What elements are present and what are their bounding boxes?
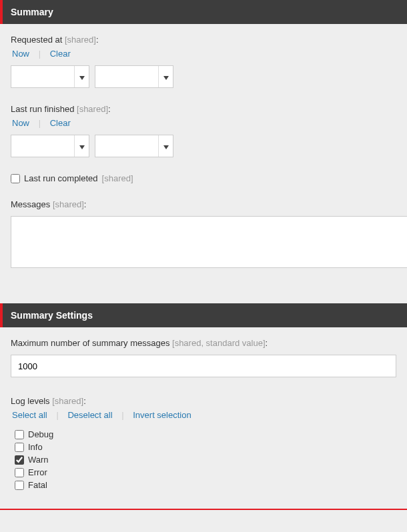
bottom-accent-line bbox=[0, 509, 407, 510]
last-run-finished-end-dropdown[interactable] bbox=[158, 135, 173, 157]
separator: | bbox=[39, 118, 41, 128]
last-run-finished-label: Last run finished [shared]: bbox=[11, 104, 396, 114]
last-run-finished-actions: Now | Clear bbox=[11, 118, 396, 128]
summary-settings-header: Summary Settings bbox=[0, 303, 407, 327]
summary-panel-body: Requested at [shared]: Now | Clear Last … bbox=[0, 24, 407, 286]
max-messages-label: Maximum number of summary messages [shar… bbox=[11, 338, 396, 348]
last-run-finished-start-input[interactable] bbox=[11, 135, 74, 157]
requested-at-start-input[interactable] bbox=[11, 66, 74, 87]
messages-label: Messages [shared]: bbox=[11, 199, 396, 209]
last-run-finished-range bbox=[11, 135, 396, 157]
caret-down-icon bbox=[79, 72, 85, 82]
log-levels-label: Log levels [shared]: bbox=[11, 396, 396, 406]
requested-at-actions: Now | Clear bbox=[11, 49, 396, 59]
svg-marker-1 bbox=[163, 76, 169, 80]
requested-at-end-input[interactable] bbox=[95, 66, 158, 87]
last-run-finished-now-link[interactable]: Now bbox=[11, 118, 31, 128]
svg-marker-2 bbox=[79, 145, 85, 149]
log-level-info-checkbox[interactable] bbox=[15, 443, 24, 452]
messages-hint: [shared] bbox=[53, 199, 84, 209]
last-run-finished-end-input[interactable] bbox=[95, 135, 158, 157]
caret-down-icon bbox=[163, 72, 169, 82]
last-run-completed-hint: [shared] bbox=[102, 173, 133, 183]
log-level-error-label: Error bbox=[28, 467, 47, 477]
requested-at-now-link[interactable]: Now bbox=[11, 49, 31, 59]
max-messages-hint: [shared, standard value] bbox=[172, 338, 265, 348]
log-level-option-warn: Warn bbox=[15, 455, 396, 465]
requested-at-label: Requested at [shared]: bbox=[11, 35, 396, 45]
summary-panel-header: Summary bbox=[0, 0, 407, 24]
last-run-finished-start-dropdown[interactable] bbox=[74, 135, 89, 157]
last-run-finished-start-combo[interactable] bbox=[11, 135, 89, 157]
summary-settings-title: Summary Settings bbox=[11, 310, 93, 321]
log-levels-hint: [shared] bbox=[52, 396, 83, 406]
select-all-link[interactable]: Select all bbox=[11, 410, 49, 420]
requested-at-start-combo[interactable] bbox=[11, 65, 89, 88]
log-level-error-checkbox[interactable] bbox=[15, 468, 24, 477]
log-level-option-error: Error bbox=[15, 467, 396, 477]
log-level-warn-checkbox[interactable] bbox=[15, 455, 24, 465]
caret-down-icon bbox=[79, 141, 85, 151]
requested-at-end-combo[interactable] bbox=[95, 65, 173, 88]
requested-at-start-dropdown[interactable] bbox=[74, 66, 89, 87]
last-run-finished-end-combo[interactable] bbox=[95, 135, 173, 157]
invert-selection-link[interactable]: Invert selection bbox=[131, 410, 192, 420]
log-level-option-debug: Debug bbox=[15, 429, 396, 439]
requested-at-clear-link[interactable]: Clear bbox=[49, 49, 72, 59]
separator: | bbox=[39, 49, 41, 59]
last-run-completed-row: Last run completed [shared] bbox=[11, 173, 396, 183]
last-run-finished-hint: [shared] bbox=[77, 104, 108, 114]
requested-at-hint: [shared] bbox=[65, 35, 96, 45]
last-run-completed-label: Last run completed bbox=[24, 173, 98, 183]
requested-at-end-dropdown[interactable] bbox=[158, 66, 173, 87]
last-run-finished-clear-link[interactable]: Clear bbox=[49, 118, 72, 128]
separator: | bbox=[121, 410, 123, 420]
summary-panel-title: Summary bbox=[11, 7, 53, 17]
summary-settings-body: Maximum number of summary messages [shar… bbox=[0, 327, 407, 509]
log-level-fatal-label: Fatal bbox=[28, 480, 47, 490]
log-level-debug-label: Debug bbox=[28, 429, 53, 439]
log-level-option-info: Info bbox=[15, 442, 396, 452]
max-messages-input[interactable] bbox=[11, 355, 396, 377]
requested-at-range bbox=[11, 65, 396, 88]
log-level-debug-checkbox[interactable] bbox=[15, 430, 24, 439]
log-level-warn-label: Warn bbox=[28, 455, 49, 465]
log-level-option-fatal: Fatal bbox=[15, 480, 396, 490]
log-levels-list: Debug Info Warn Error Fatal bbox=[11, 427, 396, 490]
panel-spacer bbox=[0, 286, 407, 303]
svg-marker-0 bbox=[79, 76, 85, 80]
log-level-fatal-checkbox[interactable] bbox=[15, 481, 24, 490]
svg-marker-3 bbox=[163, 145, 169, 149]
log-levels-actions: Select all | Deselect all | Invert selec… bbox=[11, 410, 396, 420]
separator: | bbox=[56, 410, 58, 420]
caret-down-icon bbox=[163, 141, 169, 151]
last-run-completed-checkbox[interactable] bbox=[11, 174, 20, 183]
log-level-info-label: Info bbox=[28, 442, 43, 452]
deselect-all-link[interactable]: Deselect all bbox=[66, 410, 113, 420]
messages-textarea[interactable] bbox=[11, 216, 407, 268]
